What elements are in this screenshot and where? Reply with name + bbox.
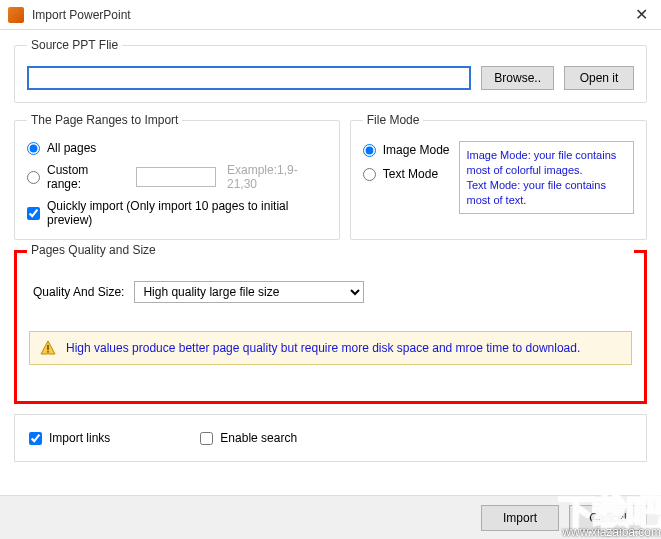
app-icon <box>8 7 24 23</box>
quality-label: Quality And Size: <box>33 285 124 299</box>
page-ranges-legend: The Page Ranges to Import <box>27 113 182 127</box>
image-mode-label: Image Mode <box>383 143 450 157</box>
custom-range-radio[interactable] <box>27 171 40 184</box>
quality-warning-text: High values produce better page quality … <box>66 341 580 355</box>
enable-search-label: Enable search <box>220 431 297 445</box>
cancel-button[interactable]: Cancel <box>569 505 647 531</box>
custom-range-input[interactable] <box>136 167 216 187</box>
import-button[interactable]: Import <box>481 505 559 531</box>
image-mode-radio[interactable] <box>363 144 376 157</box>
source-legend: Source PPT Flie <box>27 38 122 52</box>
options-group: Import links Enable search <box>14 414 647 462</box>
quality-select[interactable]: High quality large file size <box>134 281 364 303</box>
warning-icon <box>40 340 56 356</box>
quality-group: Pages Quality and Size Quality And Size:… <box>14 250 647 404</box>
all-pages-radio[interactable] <box>27 142 40 155</box>
open-button[interactable]: Open it <box>564 66 634 90</box>
custom-range-label: Custom range: <box>47 163 125 191</box>
close-button[interactable]: ✕ <box>621 0 661 30</box>
dialog-footer: Import Cancel <box>0 495 661 539</box>
enable-search-checkbox[interactable] <box>200 432 213 445</box>
source-path-input[interactable] <box>27 66 471 90</box>
svg-rect-2 <box>47 351 49 353</box>
text-mode-label: Text Mode <box>383 167 438 181</box>
range-example-text: Example:1,9-21,30 <box>227 163 327 191</box>
import-links-checkbox[interactable] <box>29 432 42 445</box>
file-mode-group: File Mode Image Mode Text Mode Image Mod… <box>350 113 647 240</box>
browse-button[interactable]: Browse.. <box>481 66 554 90</box>
file-mode-hint: Image Mode: your file contains most of c… <box>459 141 634 214</box>
svg-rect-1 <box>47 345 49 350</box>
import-links-label: Import links <box>49 431 110 445</box>
quality-warning: High values produce better page quality … <box>29 331 632 365</box>
file-mode-legend: File Mode <box>363 113 424 127</box>
quick-import-label: Quickly import (Only import 10 pages to … <box>47 199 327 227</box>
all-pages-label: All pages <box>47 141 96 155</box>
page-ranges-group: The Page Ranges to Import All pages Cust… <box>14 113 340 240</box>
text-mode-radio[interactable] <box>363 168 376 181</box>
quality-legend: Pages Quality and Size <box>27 243 634 257</box>
window-title: Import PowerPoint <box>32 8 621 22</box>
source-group: Source PPT Flie Browse.. Open it <box>14 38 647 103</box>
quick-import-checkbox[interactable] <box>27 207 40 220</box>
